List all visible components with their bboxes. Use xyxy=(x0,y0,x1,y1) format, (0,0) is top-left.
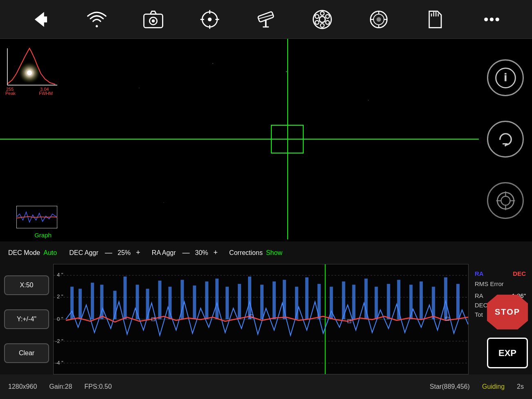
ra-aggr-minus[interactable]: — xyxy=(179,248,193,257)
dec-mode-value: Auto xyxy=(43,249,57,257)
svg-point-18 xyxy=(326,14,329,18)
svg-point-13 xyxy=(313,10,331,28)
svg-point-39 xyxy=(212,63,213,64)
svg-point-32 xyxy=(27,70,32,75)
guiding-status: Guiding xyxy=(482,383,505,390)
crosshair-horizontal xyxy=(0,139,479,140)
rms-error-label: RMS Error xyxy=(475,280,504,287)
svg-point-29 xyxy=(489,17,493,21)
ra-aggr-label: RA Aggr xyxy=(152,249,176,257)
svg-point-15 xyxy=(320,11,324,15)
svg-point-17 xyxy=(315,14,319,18)
ra-stat-label: RA xyxy=(475,292,483,299)
star-display: 255 Peak 3.04 FWHM xyxy=(4,43,57,96)
svg-point-40 xyxy=(139,88,140,88)
toolbar xyxy=(0,0,532,39)
svg-text:0 ": 0 " xyxy=(57,316,63,322)
film-reel-button[interactable] xyxy=(309,6,336,33)
graph-svg: 4 " 2 " 0 " -2 " -4 " xyxy=(54,264,468,374)
svg-point-16 xyxy=(320,23,324,27)
corrections-value: Show xyxy=(266,249,282,257)
info-button[interactable]: i xyxy=(487,59,524,96)
dec-aggr-minus[interactable]: — xyxy=(101,248,115,257)
svg-point-19 xyxy=(315,20,319,24)
svg-point-23 xyxy=(376,17,381,22)
graph-area: 4 " 2 " 0 " -2 " -4 " xyxy=(53,264,469,374)
stop-button[interactable]: STOP xyxy=(487,295,528,329)
ra-aggr-pct: 30% xyxy=(195,249,208,257)
svg-point-2 xyxy=(152,19,155,22)
camera-lens-button[interactable] xyxy=(365,6,392,33)
x-control-button[interactable]: X:50 xyxy=(4,275,49,295)
svg-text:4 ": 4 " xyxy=(57,272,63,278)
more-button[interactable] xyxy=(478,6,505,33)
resolution: 1280x960 xyxy=(8,383,37,390)
svg-point-42 xyxy=(368,100,369,101)
y-control-button[interactable]: Y:+/-4" xyxy=(4,309,49,329)
target-crosshair-button[interactable] xyxy=(196,6,223,33)
controls-bar: DEC Mode Auto DEC Aggr — 25% + RA Aggr —… xyxy=(0,241,532,264)
dec-aggr-plus[interactable]: + xyxy=(133,248,144,257)
dec-mode-label: DEC Mode xyxy=(8,249,40,257)
star-coords: Star(889,456) xyxy=(430,383,470,390)
reticle-button[interactable] xyxy=(487,182,524,219)
dec-legend: DEC xyxy=(513,270,526,277)
svg-text:-4 ": -4 " xyxy=(55,360,63,366)
stop-label: STOP xyxy=(495,307,520,317)
dec-aggr-pct: 25% xyxy=(117,249,131,257)
svg-text:2 ": 2 " xyxy=(57,293,63,300)
exp-button[interactable]: EXP xyxy=(487,338,528,368)
telescope-button[interactable] xyxy=(252,6,279,33)
svg-point-44 xyxy=(163,202,164,203)
svg-text:-2 ": -2 " xyxy=(55,338,63,344)
graph-thumbnail-area[interactable]: Graph xyxy=(16,206,70,239)
tot-stat-label: Tot xyxy=(475,311,483,318)
svg-point-20 xyxy=(326,20,329,24)
svg-point-8 xyxy=(208,17,212,21)
main-view: 255 Peak 3.04 FWHM xyxy=(0,39,479,239)
exposure-time: 2s xyxy=(517,383,524,390)
svg-point-30 xyxy=(495,17,499,21)
star-profile-svg: 255 Peak 3.04 FWHM xyxy=(4,45,61,98)
corrections-label: Corrections xyxy=(229,249,263,257)
dec-stat-label: DEC xyxy=(475,302,488,309)
target-box xyxy=(271,125,304,153)
graph-thumbnail xyxy=(16,206,57,228)
wifi-button[interactable] xyxy=(83,6,110,33)
sd-card-button[interactable] xyxy=(422,6,449,33)
back-button[interactable] xyxy=(27,6,54,33)
svg-point-14 xyxy=(319,16,325,23)
clear-button[interactable]: Clear xyxy=(4,343,49,363)
graph-label: Graph xyxy=(16,232,70,239)
svg-text:Peak: Peak xyxy=(5,91,16,96)
graph-left-controls: X:50 Y:+/-4" Clear xyxy=(0,264,53,374)
refresh-button[interactable] xyxy=(487,121,524,158)
fps: FPS:0.50 xyxy=(84,383,112,390)
exp-label: EXP xyxy=(498,348,516,358)
svg-text:FWHM: FWHM xyxy=(39,91,53,96)
camera-button[interactable] xyxy=(140,6,167,33)
svg-point-48 xyxy=(501,196,510,205)
status-bar: 1280x960 Gain:28 FPS:0.50 Star(889,456) … xyxy=(0,374,532,399)
dec-aggr-label: DEC Aggr xyxy=(69,249,98,257)
right-panel: i xyxy=(479,39,532,239)
svg-point-28 xyxy=(484,17,488,21)
ra-aggr-plus[interactable]: + xyxy=(210,248,221,257)
gain: Gain:28 xyxy=(49,383,72,390)
ra-legend: RA xyxy=(475,270,484,277)
svg-text:i: i xyxy=(504,71,507,83)
